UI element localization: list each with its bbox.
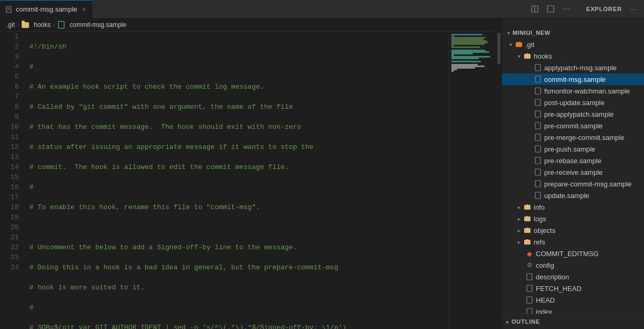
sidebar-item-pre-merge[interactable]: pre-merge-commit.sample: [502, 131, 644, 143]
description-icon: [525, 272, 534, 281]
info-arrow: [515, 203, 523, 211]
breadcrumb-part-2[interactable]: hooks: [34, 21, 51, 29]
svg-rect-15: [535, 157, 541, 164]
pre-applypatch-file-icon: [534, 110, 542, 118]
sidebar-item-fetch-head[interactable]: FETCH_HEAD: [502, 283, 644, 294]
commit-msg-file-icon: [534, 75, 542, 83]
git-folder-icon: [515, 40, 523, 49]
sidebar-content: MINIUI_NEW .git: [502, 27, 644, 314]
svg-rect-11: [535, 111, 541, 117]
sidebar-item-git[interactable]: .git: [502, 39, 644, 50]
index-icon: [525, 307, 534, 314]
info-folder-icon: [523, 203, 532, 211]
sidebar-item-pre-rebase[interactable]: pre-rebase.sample: [502, 155, 644, 166]
breadcrumb: .git › hooks › commit-msg.sample: [0, 18, 501, 32]
pre-rebase-file-icon: [534, 156, 542, 165]
split-editor-button[interactable]: [528, 2, 542, 16]
post-update-file-icon: [534, 98, 542, 107]
sidebar-item-pre-commit[interactable]: pre-commit.sample: [502, 120, 644, 131]
tab-file-icon: [5, 6, 13, 13]
breadcrumb-sep-2: ›: [53, 21, 55, 29]
sidebar-item-objects[interactable]: objects: [502, 224, 644, 236]
svg-rect-14: [535, 146, 541, 152]
line-numbers: 12345 678910 1112131415 1617181920 21222…: [0, 32, 25, 329]
vertical-scrollbar[interactable]: [496, 32, 501, 329]
sidebar-item-logs[interactable]: logs: [502, 213, 644, 224]
sidebar-root-item[interactable]: MINIUI_NEW: [502, 27, 644, 39]
tab-bar: commit-msg.sample × ··· EXPLORER ···: [0, 0, 644, 18]
explorer-more-button[interactable]: ···: [626, 2, 640, 16]
outline-header[interactable]: ▸ OUTLINE: [502, 316, 644, 327]
code-area[interactable]: 12345 678910 1112131415 1617181920 21222…: [0, 32, 449, 329]
svg-rect-17: [535, 181, 541, 187]
breadcrumb-part-3[interactable]: commit-msg.sample: [70, 21, 126, 29]
index-label: index: [536, 308, 552, 314]
more-actions-button[interactable]: ···: [560, 2, 573, 16]
pre-commit-label: pre-commit.sample: [544, 122, 603, 130]
update-label: update.sample: [544, 192, 589, 200]
sidebar-item-prepare-commit[interactable]: prepare-commit-msg.sample: [502, 178, 644, 190]
fsmonitor-file-icon: [534, 87, 542, 95]
sidebar-item-refs[interactable]: refs: [502, 236, 644, 248]
svg-rect-6: [547, 6, 554, 12]
pre-merge-file-icon: [534, 133, 542, 142]
git-label: .git: [525, 41, 534, 49]
editor-with-minimap: 12345 678910 1112131415 1617181920 21222…: [0, 32, 501, 329]
tab-bar-actions: ··· EXPLORER ···: [528, 2, 644, 16]
sidebar-item-fsmonitor[interactable]: fsmonitor-watchman.sample: [502, 85, 644, 97]
layout-button[interactable]: [544, 2, 557, 16]
logs-label: logs: [534, 215, 546, 223]
svg-rect-7: [535, 64, 541, 71]
pre-commit-file-icon: [534, 121, 542, 130]
prepare-commit-label: prepare-commit-msg.sample: [544, 180, 631, 188]
tab-close-button[interactable]: ×: [80, 5, 87, 14]
pre-push-label: pre-push.sample: [544, 145, 595, 153]
hooks-folder-icon: [523, 52, 532, 60]
svg-rect-18: [535, 192, 541, 199]
description-label: description: [536, 273, 569, 281]
svg-rect-8: [535, 76, 541, 82]
commit-editmsg-label: COMMIT_EDITMSG: [536, 250, 599, 258]
post-update-label: post-update.sample: [544, 99, 604, 107]
sidebar-item-hooks[interactable]: hooks: [502, 50, 644, 62]
sidebar-item-description[interactable]: description: [502, 271, 644, 283]
pre-merge-label: pre-merge-commit.sample: [544, 134, 624, 142]
fsmonitor-label: fsmonitor-watchman.sample: [544, 87, 630, 95]
sidebar-header: [502, 18, 644, 27]
hooks-arrow: [515, 52, 523, 60]
pre-receive-file-icon: [534, 168, 542, 176]
sidebar-item-pre-push[interactable]: pre-push.sample: [502, 143, 644, 155]
sidebar-item-info[interactable]: info: [502, 201, 644, 213]
svg-rect-0: [6, 6, 11, 13]
breadcrumb-part-1[interactable]: .git: [6, 21, 15, 29]
sidebar-item-applypatch[interactable]: applypatch-msg.sample: [502, 62, 644, 73]
sidebar-item-config[interactable]: ⚙ config: [502, 259, 644, 271]
svg-rect-20: [527, 285, 532, 292]
applypatch-label: applypatch-msg.sample: [544, 64, 617, 72]
sidebar-item-commit-msg[interactable]: commit-msg.sample: [502, 73, 644, 85]
breadcrumb-sep-1: ›: [17, 21, 19, 29]
scrollbar-thumb[interactable]: [497, 33, 500, 64]
sidebar-item-update[interactable]: update.sample: [502, 190, 644, 201]
sidebar-item-pre-receive[interactable]: pre-receive.sample: [502, 166, 644, 178]
refs-label: refs: [534, 238, 545, 246]
update-file-icon: [534, 191, 542, 200]
git-arrow: [506, 40, 515, 49]
pre-applypatch-label: pre-applypatch.sample: [544, 110, 614, 118]
fetch-head-icon: [525, 284, 534, 293]
objects-arrow: [515, 226, 523, 234]
pre-push-file-icon: [534, 145, 542, 153]
commit-editmsg-icon: ◆: [525, 249, 534, 258]
pre-receive-label: pre-receive.sample: [544, 168, 603, 176]
breadcrumb-file-icon: [57, 21, 65, 29]
sidebar-item-head[interactable]: HEAD: [502, 294, 644, 306]
active-tab[interactable]: commit-msg.sample ×: [0, 0, 93, 18]
editor-area: .git › hooks › commit-msg.sample 12345 6…: [0, 18, 501, 329]
sidebar-item-post-update[interactable]: post-update.sample: [502, 97, 644, 108]
sidebar-item-commit-editmsg[interactable]: ◆ COMMIT_EDITMSG: [502, 248, 644, 259]
sidebar-item-pre-applypatch[interactable]: pre-applypatch.sample: [502, 108, 644, 120]
sidebar-item-index[interactable]: index: [502, 306, 644, 314]
logs-arrow: [515, 214, 523, 223]
svg-rect-13: [535, 134, 541, 140]
main-content: .git › hooks › commit-msg.sample 12345 6…: [0, 18, 644, 329]
